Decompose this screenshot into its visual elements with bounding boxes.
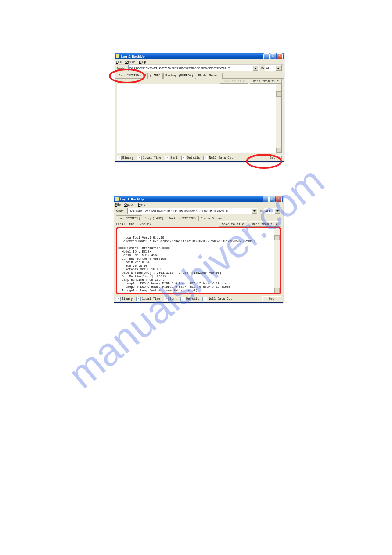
tab-log-lamp[interactable]: (LAMP) xyxy=(147,73,163,79)
check-null-data-cut[interactable]: ✓Null Data Cut xyxy=(202,297,232,301)
id-label: ID xyxy=(260,210,263,213)
scroll-down-button[interactable] xyxy=(276,148,281,153)
window-controls: _ □ × xyxy=(263,196,282,202)
titlebar[interactable]: Log & BackUp _ □ × xyxy=(115,53,284,59)
read-from-file-button[interactable]: Read from file xyxy=(250,79,282,84)
id-section: ID ALL xyxy=(260,208,281,214)
menubar: File Option Help xyxy=(115,59,284,65)
model-dropdown[interactable]: DZ13K/DS12K/DW11K/DZ10K/SDZ985C/SDS955C/… xyxy=(128,65,259,71)
window-controls: _ □ × xyxy=(263,53,283,59)
menubar: File Option Help xyxy=(114,202,283,207)
tab-photo-sensor[interactable]: Photo Sensor xyxy=(198,216,225,221)
titlebar[interactable]: Log & BackUp _ □ × xyxy=(114,196,283,202)
tab-photo-sensor[interactable]: Photo Sensor xyxy=(196,73,222,79)
check-details[interactable]: ✓Details xyxy=(181,156,200,160)
model-label: Model xyxy=(117,67,126,70)
close-button[interactable]: × xyxy=(276,196,282,202)
read-from-file-button[interactable]: Read from file xyxy=(249,221,281,227)
menu-option[interactable]: Option xyxy=(124,203,135,207)
info-label: Local Time (+9hour) xyxy=(116,222,151,226)
tab-backup[interactable]: Backup (EEPROM) xyxy=(166,216,198,221)
model-label: Model xyxy=(116,210,126,213)
check-sort[interactable]: ✓Sort xyxy=(165,156,178,160)
get-button[interactable]: Get xyxy=(263,155,282,160)
get-button[interactable]: Get xyxy=(262,296,281,301)
scrollbar[interactable] xyxy=(274,228,280,293)
model-row: Model DZ13K/DS12K/DW11K/DZ10K/SDZ985C/SD… xyxy=(114,207,283,214)
id-dropdown[interactable]: ALL xyxy=(264,208,281,214)
save-to-file-button: Save to file xyxy=(220,79,248,84)
app-window-empty: Log & BackUp _ □ × File Option Help Mode… xyxy=(115,53,284,162)
app-icon xyxy=(116,54,119,58)
id-label: ID xyxy=(261,67,264,70)
id-dropdown[interactable]: ALL xyxy=(265,65,282,71)
tabs-row: log (SYSTEM) log (LAMP) Backup (EEPROM) … xyxy=(114,214,283,221)
chevron-down-icon[interactable] xyxy=(276,65,281,71)
tab-log-system[interactable]: log (SYSTEM) xyxy=(117,73,143,78)
minimize-button[interactable]: _ xyxy=(263,53,270,59)
tab-backup[interactable]: Backup (EEPROM) xyxy=(163,73,195,79)
log-output-text: === Log Tool Ver.1.5.1.10 === Selected M… xyxy=(117,235,280,294)
check-local-time[interactable]: ✓local Time xyxy=(136,297,160,301)
menu-file[interactable]: File xyxy=(115,203,121,207)
menu-file[interactable]: File xyxy=(116,60,122,64)
model-dropdown[interactable]: DZ13K/DS12K/DW11K/DZ10K/SDZ985C/SDS955C/… xyxy=(127,208,258,214)
menu-help[interactable]: Help xyxy=(139,60,146,64)
check-binary[interactable]: ✓Binary xyxy=(116,297,133,301)
check-local-time[interactable]: ✓local Time xyxy=(137,156,161,160)
options-row: ✓Binary ✓local Time ✓Sort ✓Details ✓Null… xyxy=(115,154,284,161)
id-value: ALL xyxy=(265,210,270,213)
model-value: DZ13K/DS12K/DW11K/DZ10K/SDZ985C/SDS955C/… xyxy=(129,67,230,70)
maximize-button[interactable]: □ xyxy=(269,196,275,202)
close-button[interactable]: × xyxy=(277,53,283,59)
window-title-text: Log & BackUp xyxy=(121,54,145,58)
tab-content: Save to file Read from file xyxy=(115,79,284,154)
chevron-down-icon[interactable] xyxy=(253,65,258,71)
check-binary[interactable]: ✓Binary xyxy=(117,156,133,160)
menu-option[interactable]: Option xyxy=(125,60,136,64)
scrollbar[interactable] xyxy=(276,84,281,153)
tab-log-gap[interactable]: l xyxy=(144,73,147,79)
model-row: Model DZ13K/DS12K/DW11K/DZ10K/SDZ985C/SD… xyxy=(115,65,284,72)
scroll-down-button[interactable] xyxy=(274,288,280,293)
app-icon xyxy=(115,197,119,201)
tab-log-lamp[interactable]: log (LAMP) xyxy=(143,216,165,221)
window-title: Log & BackUp xyxy=(115,197,144,201)
save-to-file-button[interactable]: Save to file xyxy=(219,221,247,227)
maximize-button[interactable]: □ xyxy=(270,53,276,59)
chevron-down-icon[interactable] xyxy=(275,208,280,214)
scroll-up-button[interactable] xyxy=(276,91,281,97)
check-sort[interactable]: ✓Sort xyxy=(164,297,177,301)
check-details[interactable]: ✓Details xyxy=(180,297,199,301)
model-value: DZ13K/DS12K/DW11K/DZ10K/SDZ985C/SDS955C/… xyxy=(129,210,229,213)
log-textarea[interactable] xyxy=(117,84,282,153)
tab-log-system[interactable]: log (SYSTEM) xyxy=(116,215,142,221)
window-title-text: Log & BackUp xyxy=(120,197,144,201)
check-null-data-cut[interactable]: ✓Null Data Cut xyxy=(203,156,233,160)
id-value: ALL xyxy=(266,67,271,70)
menu-help[interactable]: Help xyxy=(138,203,145,207)
options-row: ✓Binary ✓local Time ✓Sort ✓Details ✓Null… xyxy=(114,295,283,302)
log-textarea[interactable]: === Log Tool Ver.1.5.1.10 === Selected M… xyxy=(116,227,281,294)
window-title: Log & BackUp xyxy=(116,54,145,58)
chevron-down-icon[interactable] xyxy=(252,208,257,214)
tabs-row: log (SYSTEM) l (LAMP) Backup (EEPROM) Ph… xyxy=(115,72,284,79)
tab-content: Local Time (+9hour) Save to file Read fr… xyxy=(114,221,283,295)
minimize-button[interactable]: _ xyxy=(263,196,269,202)
id-section: ID ALL xyxy=(261,65,282,71)
app-window-populated: Log & BackUp _ □ × File Option Help Mode… xyxy=(114,196,283,303)
scroll-up-button[interactable] xyxy=(274,235,280,240)
